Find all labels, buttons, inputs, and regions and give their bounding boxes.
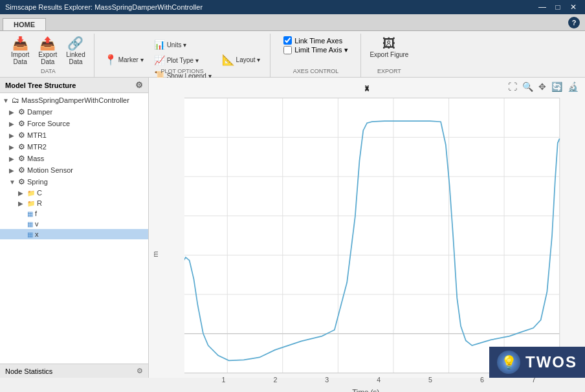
f-icon: ▦: [27, 210, 33, 217]
layout-icon: 📐: [222, 54, 235, 66]
root-icon: 🗂: [12, 96, 19, 105]
tree-item-motion-sensor[interactable]: ▶ ⚙ Motion Sensor: [0, 164, 148, 176]
help-button[interactable]: ?: [568, 17, 580, 28]
chart-tool-zoom-in[interactable]: 🔍: [521, 80, 535, 93]
node-statistics-label: Node Statistics: [5, 367, 52, 375]
svg-text:2: 2: [273, 376, 277, 384]
chart-tool-more[interactable]: 🔬: [566, 80, 580, 93]
export-label: ExportData: [38, 51, 57, 65]
chart-area: ⛶ 🔍 ✥ 🔄 🔬 x m: [149, 78, 585, 378]
expander-x: [18, 231, 27, 238]
sidebar-footer: Node Statistics ⚙: [0, 364, 148, 378]
spring-icon: ⚙: [18, 177, 25, 186]
tree-item-f[interactable]: ▦ f: [0, 208, 148, 219]
tree-item-x[interactable]: ▦ x: [0, 229, 148, 239]
tree-item-mtr1[interactable]: ▶ ⚙ MTR1: [0, 129, 148, 141]
svg-text:4: 4: [377, 376, 381, 384]
minimize-button[interactable]: —: [536, 2, 549, 12]
watermark-bulb-icon: 💡: [497, 351, 520, 374]
chart-tool-reset[interactable]: 🔄: [550, 80, 564, 93]
tree-item-force-source[interactable]: ▶ ⚙ Force Source: [0, 118, 148, 129]
motion-sensor-label: Motion Sensor: [27, 166, 73, 174]
plot-type-button[interactable]: 📈 Plot Type ▾: [151, 53, 215, 67]
units-label: Units ▾: [167, 41, 187, 49]
layout-button[interactable]: 📐 Layout ▾: [217, 36, 265, 83]
import-label: ImportData: [11, 51, 29, 65]
r-label: R: [37, 199, 42, 207]
expander-spring: ▼: [9, 179, 18, 186]
svg-text:1: 1: [222, 376, 226, 384]
linked-icon: 🔗: [67, 37, 83, 50]
expander-damper: ▶: [9, 109, 18, 116]
mtr1-icon: ⚙: [18, 131, 25, 140]
mtr2-icon: ⚙: [18, 142, 25, 151]
plot-options-col: 📊 Units ▾ 📈 Plot Type ▾ 📜 Show Legend ▾: [151, 36, 215, 83]
expander-force-source: ▶: [9, 120, 18, 127]
x-label: x: [35, 230, 39, 238]
data-group-label: DATA: [3, 68, 94, 74]
limit-time-axis-row[interactable]: Limit Time Axis ▾: [283, 46, 348, 54]
import-data-button[interactable]: 📥 ImportData: [8, 35, 32, 67]
tab-home[interactable]: HOME: [3, 18, 46, 30]
y-axis-label: m: [151, 252, 159, 257]
v-icon: ▦: [27, 221, 33, 228]
axes-control-group-label: AXES CONTROL: [270, 68, 360, 74]
mtr2-label: MTR2: [27, 143, 47, 151]
export-data-button[interactable]: 📤 ExportData: [35, 35, 60, 67]
close-button[interactable]: ✕: [567, 2, 580, 12]
marker-icon: 📍: [104, 54, 117, 66]
svg-text:Time (s): Time (s): [352, 388, 379, 392]
chart-tool-pan[interactable]: ✥: [537, 80, 547, 93]
export-figure-label: Export Figure: [370, 51, 408, 58]
import-icon: 📥: [12, 37, 28, 50]
force-source-label: Force Source: [27, 120, 70, 127]
tree-item-v[interactable]: ▦ v: [0, 219, 148, 229]
damper-icon: ⚙: [18, 107, 25, 116]
linked-label: LinkedData: [66, 51, 85, 65]
spring-label: Spring: [27, 178, 48, 186]
link-time-axes-row[interactable]: Link Time Axes: [283, 36, 348, 45]
y-axis-label-text: m: [151, 252, 159, 257]
tree-item-r[interactable]: ▶ 📁 R: [0, 198, 148, 208]
mass-label: Mass: [27, 155, 44, 162]
export-icon: 📤: [39, 37, 56, 50]
svg-text:5: 5: [428, 376, 432, 384]
link-time-axes-label: Link Time Axes: [294, 37, 342, 45]
tree-item-spring[interactable]: ▼ ⚙ Spring: [0, 176, 148, 188]
marker-button[interactable]: 📍 Marker ▾: [100, 36, 148, 83]
c-label: C: [37, 189, 42, 197]
link-time-axes-checkbox[interactable]: [283, 36, 292, 45]
force-source-icon: ⚙: [18, 119, 25, 128]
tree-item-root[interactable]: ▼ 🗂 MassSpringDamperWithController: [0, 94, 148, 106]
ribbon-group-plot-options: 📍 Marker ▾ 📊 Units ▾ 📈 Plot Type ▾ 📜 Sho…: [94, 34, 271, 77]
window-controls: — □ ✕: [536, 2, 580, 12]
watermark: 💡 TWOS: [489, 347, 585, 378]
tab-bar: HOME ?: [0, 14, 585, 31]
export-figure-button[interactable]: 🖼 Export Figure: [366, 35, 412, 60]
expander-mtr2: ▶: [9, 144, 18, 151]
tree-item-damper[interactable]: ▶ ⚙ Damper: [0, 106, 148, 118]
sidebar-title: Model Tree Structure: [5, 82, 76, 89]
limit-time-axis-checkbox[interactable]: [283, 46, 292, 54]
ribbon: 📥 ImportData 📤 ExportData 🔗 LinkedData D…: [0, 31, 585, 78]
export-figure-icon: 🖼: [382, 37, 395, 50]
expander-f: [18, 210, 27, 217]
chart-toolbar: ⛶ 🔍 ✥ 🔄 🔬: [507, 80, 580, 93]
node-statistics-settings-icon[interactable]: ⚙: [137, 367, 143, 375]
c-icon: 📁: [27, 190, 35, 197]
svg-text:6: 6: [480, 376, 484, 384]
motion-sensor-icon: ⚙: [18, 166, 25, 175]
sidebar: Model Tree Structure ⚙ ▼ 🗂 MassSpringDam…: [0, 78, 149, 378]
chart-signal-label: x: [365, 83, 370, 92]
tree-item-c[interactable]: ▶ 📁 C: [0, 188, 148, 198]
linked-data-button[interactable]: 🔗 LinkedData: [63, 35, 88, 67]
tree-item-mass[interactable]: ▶ ⚙ Mass: [0, 153, 148, 164]
expander-r: ▶: [18, 200, 27, 207]
maximize-button[interactable]: □: [551, 2, 564, 12]
units-button[interactable]: 📊 Units ▾: [151, 38, 215, 52]
chart-wrapper: x m: [149, 78, 585, 392]
tree-item-mtr2[interactable]: ▶ ⚙ MTR2: [0, 141, 148, 153]
limit-time-axis-label: Limit Time Axis ▾: [294, 46, 348, 54]
expander-c: ▶: [18, 190, 27, 197]
chart-tool-zoom-out[interactable]: ⛶: [507, 80, 518, 93]
